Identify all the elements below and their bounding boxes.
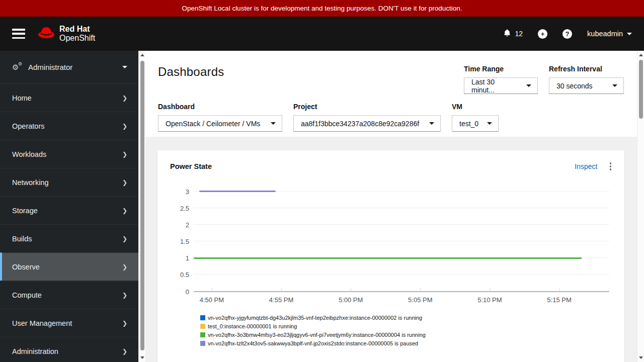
question-icon: ? [566, 30, 570, 38]
page-scrollbar[interactable] [637, 51, 644, 362]
chevron-right-icon: ❯ [122, 95, 127, 102]
x-axis-tick [212, 289, 212, 292]
page-title: Dashboards [158, 65, 224, 79]
project-label: Project [293, 103, 441, 111]
sidebar-item-label: Operators [12, 122, 44, 130]
y-axis-tick-label: 0 [186, 288, 189, 295]
chart-legend: vn-vo2qfhx-yjgyfumqtzbt-dg43u2kjlm35-vnf… [200, 315, 612, 346]
vm-label: VM [452, 103, 499, 111]
chevron-right-icon: ❯ [122, 179, 127, 186]
chevron-right-icon: ❯ [122, 207, 127, 214]
sidebar-item-label: Compute [12, 291, 42, 299]
sidebar-item-storage[interactable]: Storage❯ [0, 196, 138, 224]
legend-item: vn-vo2qfhx-tzlt2x4t3ov5-sakwwya3bplf-vnf… [200, 340, 612, 346]
main-content: Dashboards Time Range Last 30 minut... R… [145, 51, 637, 362]
brand-line1: Red Hat [59, 25, 95, 34]
x-axis-line [194, 291, 609, 292]
project-select[interactable]: aa8f1f3bbce34237a208c8e92ca9286f [293, 115, 441, 132]
sidebar-item-compute[interactable]: Compute❯ [0, 281, 138, 309]
sidebar-item-label: Builds [12, 235, 32, 243]
chevron-down-icon [422, 122, 434, 125]
y-axis-tick-label: 1 [186, 254, 189, 262]
dev-preview-banner: OpenShift Local cluster is for developme… [0, 0, 644, 17]
x-axis-tick-label: 5:00 PM [339, 296, 363, 304]
chevron-right-icon: ❯ [122, 348, 127, 355]
brand-text: Red Hat OpenShift [59, 25, 95, 43]
scroll-down-arrow-icon[interactable] [639, 356, 643, 359]
legend-label: vn-vo2qfhx-tzlt2x4t3ov5-sakwwya3bplf-vnf… [208, 340, 418, 346]
y-axis-tick-label: 0.5 [180, 271, 189, 279]
dashboard-select[interactable]: OpenStack / Ceilometer / VMs [158, 115, 282, 132]
chevron-down-icon [122, 66, 127, 68]
legend-swatch [200, 341, 205, 346]
perspective-switcher[interactable]: ⚙⚙ Administrator [0, 51, 138, 83]
sidebar-scrollbar-thumb[interactable] [140, 61, 144, 350]
series-line [199, 191, 276, 192]
sidebar-item-label: Observe [12, 263, 40, 271]
sidebar-item-label: Administration [12, 347, 58, 355]
x-axis-tick [281, 289, 282, 292]
inspect-link[interactable]: Inspect [575, 162, 597, 170]
time-range-select[interactable]: Last 30 minut... [464, 77, 538, 94]
vm-select[interactable]: test_0 [452, 115, 499, 132]
sidebar-item-label: Networking [12, 178, 49, 187]
gridline [194, 208, 609, 208]
y-axis-tick-label: 3 [186, 188, 189, 195]
scroll-up-arrow-icon[interactable] [639, 54, 643, 56]
help-button[interactable]: ? [562, 29, 572, 39]
chevron-right-icon: ❯ [122, 123, 127, 130]
legend-swatch [200, 332, 205, 337]
x-axis-tick-label: 4:55 PM [269, 296, 293, 304]
sidebar-item-observe[interactable]: Observe❯ [0, 252, 138, 281]
page-scrollbar-thumb[interactable] [639, 60, 643, 119]
legend-label: vn-vo2qfhx-yjgyfumqtzbt-dg43u2kjlm35-vnf… [208, 315, 422, 321]
x-axis-tick-label: 5:05 PM [408, 296, 432, 304]
chevron-down-icon [627, 33, 632, 35]
sidebar-item-label: Home [12, 94, 32, 102]
kebab-menu-icon[interactable] [609, 161, 613, 171]
dashboard-value: OpenStack / Ceilometer / VMs [166, 120, 260, 128]
chevron-right-icon: ❯ [122, 235, 127, 242]
legend-swatch [200, 324, 205, 329]
gridline [194, 241, 609, 241]
vm-value: test_0 [459, 120, 478, 128]
scroll-up-arrow-icon[interactable] [140, 54, 144, 56]
sidebar-nav: ⚙⚙ Administrator Home❯Operators❯Workload… [0, 51, 138, 362]
x-axis-tick-label: 4:50 PM [200, 296, 224, 304]
y-axis-tick-label: 1.5 [180, 238, 189, 245]
sidebar-item-administration[interactable]: Administration❯ [0, 337, 138, 362]
chevron-down-icon [480, 122, 492, 125]
power-state-card: Power State Inspect 32.521.510.504:50 PM… [157, 150, 624, 362]
quick-create-button[interactable]: + [538, 29, 547, 39]
page-header: Dashboards Time Range Last 30 minut... R… [145, 51, 637, 137]
legend-item: vn-vo2qfhx-3o3bmw4mfsy3-eo23jljqgyv6-vnf… [200, 332, 612, 338]
menu-toggle-button[interactable] [12, 29, 25, 39]
refresh-interval-select[interactable]: 30 seconds [549, 77, 624, 94]
scroll-down-arrow-icon[interactable] [140, 356, 144, 359]
legend-label: vn-vo2qfhx-3o3bmw4mfsy3-eo23jljqgyv6-vnf… [208, 332, 426, 338]
banner-text: OpenShift Local cluster is for developme… [182, 5, 462, 12]
project-value: aa8f1f3bbce34237a208c8e92ca9286f [301, 120, 419, 128]
sidebar-nav-list: Home❯Operators❯Workloads❯Networking❯Stor… [0, 83, 138, 362]
x-axis-tick [559, 289, 560, 292]
sidebar-item-builds[interactable]: Builds❯ [0, 224, 138, 252]
sidebar-item-home[interactable]: Home❯ [0, 83, 138, 112]
sidebar-scrollbar[interactable] [138, 51, 145, 362]
y-axis-tick-label: 2.5 [180, 204, 189, 212]
bell-icon [503, 29, 511, 39]
chevron-down-icon [264, 122, 276, 125]
chevron-right-icon: ❯ [122, 263, 127, 270]
sidebar-item-operators[interactable]: Operators❯ [0, 112, 138, 140]
x-axis-tick [420, 289, 421, 292]
legend-item: test_0:instance-00000001 is running [200, 323, 612, 329]
y-axis-tick-label: 2 [186, 221, 189, 228]
sidebar-item-label: Storage [12, 207, 38, 215]
notifications-button[interactable]: 12 [503, 29, 523, 39]
chevron-down-icon [519, 84, 531, 87]
user-menu-dropdown[interactable]: kubeadmin [587, 30, 632, 38]
sidebar-item-networking[interactable]: Networking❯ [0, 168, 138, 196]
refresh-interval-label: Refresh Interval [549, 65, 624, 73]
x-axis-tick [490, 289, 490, 292]
sidebar-item-user-management[interactable]: User Management❯ [0, 309, 138, 337]
sidebar-item-workloads[interactable]: Workloads❯ [0, 140, 138, 168]
